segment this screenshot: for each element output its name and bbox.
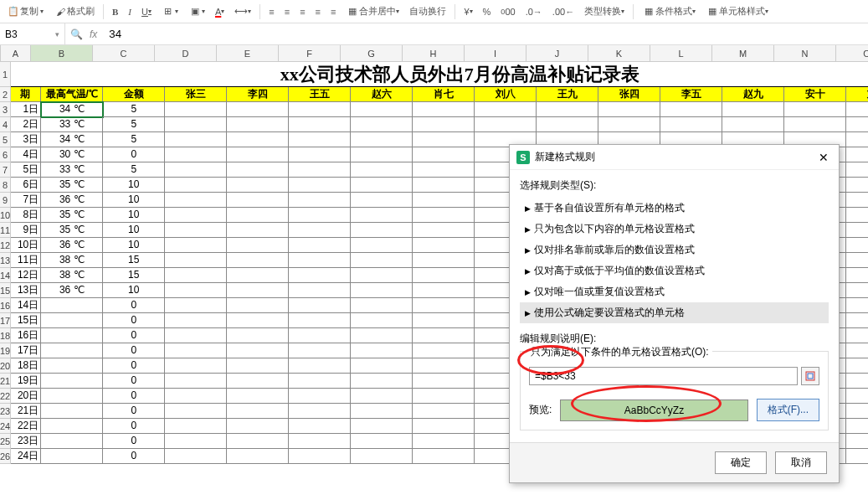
format-painter-button[interactable]: 🖌格式刷 (50, 3, 98, 20)
cell[interactable] (351, 374, 413, 389)
cell[interactable]: 11日 (11, 253, 41, 268)
cell[interactable]: 9日 (11, 223, 41, 238)
cell[interactable]: 10 (103, 283, 165, 298)
cell[interactable] (165, 404, 227, 419)
cell[interactable]: 5 (103, 102, 165, 117)
row-header[interactable]: 21 (0, 374, 11, 389)
row-header[interactable]: 4 (0, 117, 11, 132)
cell[interactable] (227, 419, 289, 434)
cell[interactable]: 15 (103, 253, 165, 268)
cell[interactable]: 8日 (11, 208, 41, 223)
formula-input[interactable] (102, 23, 868, 44)
cell[interactable] (722, 102, 784, 117)
row-header[interactable]: 12 (0, 238, 11, 253)
cell[interactable] (722, 117, 784, 132)
percent-button[interactable]: % (480, 5, 495, 18)
cell[interactable] (660, 117, 722, 132)
cell[interactable] (227, 223, 289, 238)
number-format-button[interactable]: 类型转换▾ (581, 3, 628, 19)
cell[interactable] (413, 132, 475, 147)
cell[interactable] (846, 374, 868, 389)
cell[interactable]: 10 (103, 223, 165, 238)
cell[interactable] (165, 178, 227, 193)
cell[interactable] (289, 328, 351, 343)
cell[interactable]: 38 ℃ (41, 268, 103, 283)
cell[interactable] (289, 193, 351, 208)
row-header[interactable]: 8 (0, 178, 11, 193)
row-header[interactable]: 22 (0, 389, 11, 404)
cell[interactable] (41, 374, 103, 389)
cell[interactable] (41, 389, 103, 404)
range-selector-button[interactable] (801, 367, 819, 385)
cell[interactable] (227, 434, 289, 449)
row-header[interactable]: 10 (0, 208, 11, 223)
cell[interactable] (289, 178, 351, 193)
cell[interactable] (846, 328, 868, 343)
cell[interactable] (351, 434, 413, 449)
underline-button[interactable]: U▾ (138, 5, 155, 18)
cell[interactable]: 35 ℃ (41, 223, 103, 238)
cell[interactable] (227, 162, 289, 178)
cell[interactable] (351, 404, 413, 419)
cell[interactable]: 13日 (11, 283, 41, 298)
cell[interactable] (351, 313, 413, 328)
cell[interactable] (227, 343, 289, 358)
cell[interactable] (413, 178, 475, 193)
cell[interactable]: 0 (103, 389, 165, 404)
cell[interactable] (351, 193, 413, 208)
cell[interactable] (846, 102, 868, 117)
cell[interactable] (227, 328, 289, 343)
cell[interactable]: 23日 (11, 434, 41, 449)
cell[interactable] (351, 238, 413, 253)
cell[interactable] (846, 132, 868, 147)
cell[interactable] (41, 449, 103, 464)
cell[interactable] (289, 117, 351, 132)
row-header[interactable]: 3 (0, 102, 11, 117)
cell[interactable] (289, 283, 351, 298)
cell[interactable]: 2日 (11, 117, 41, 132)
cell[interactable] (289, 434, 351, 449)
cell[interactable] (413, 328, 475, 343)
header-cell[interactable]: 王九 (537, 87, 598, 102)
cell[interactable] (165, 102, 227, 117)
wrap-text-button[interactable]: 自动换行 (406, 3, 449, 19)
cell[interactable] (475, 117, 537, 132)
cell[interactable] (165, 449, 227, 464)
cell[interactable] (351, 283, 413, 298)
cell[interactable] (41, 419, 103, 434)
cell[interactable] (351, 117, 413, 132)
cell[interactable]: 15 (103, 268, 165, 283)
cell[interactable] (289, 102, 351, 117)
format-button[interactable]: 格式(F)... (757, 399, 819, 421)
ok-button[interactable]: 确定 (715, 451, 767, 474)
cell[interactable] (165, 268, 227, 283)
cell[interactable] (846, 268, 868, 283)
cell[interactable]: 12日 (11, 268, 41, 283)
cell[interactable] (165, 132, 227, 147)
align-top-button[interactable]: ≡ (265, 5, 277, 18)
fx-icon[interactable]: fx (90, 28, 97, 40)
cell[interactable] (351, 328, 413, 343)
cell[interactable] (413, 268, 475, 283)
cell[interactable] (846, 193, 868, 208)
cell[interactable] (351, 208, 413, 223)
cell[interactable] (165, 419, 227, 434)
cell[interactable] (351, 343, 413, 358)
cell[interactable]: 0 (103, 147, 165, 162)
row-header[interactable]: 19 (0, 343, 11, 358)
cell[interactable] (846, 147, 868, 162)
row-header[interactable]: 9 (0, 193, 11, 208)
cell[interactable] (351, 223, 413, 238)
cell[interactable]: 10 (103, 208, 165, 223)
cell[interactable]: 10日 (11, 238, 41, 253)
cancel-button[interactable]: 取消 (775, 451, 827, 474)
cell[interactable] (537, 117, 598, 132)
cell[interactable] (351, 178, 413, 193)
column-header[interactable]: F (279, 45, 341, 61)
column-header[interactable]: M (712, 45, 774, 61)
header-cell[interactable]: 张四 (598, 87, 660, 102)
cell[interactable] (289, 268, 351, 283)
cell[interactable] (846, 434, 868, 449)
column-header[interactable]: C (93, 45, 155, 61)
cell[interactable] (165, 238, 227, 253)
